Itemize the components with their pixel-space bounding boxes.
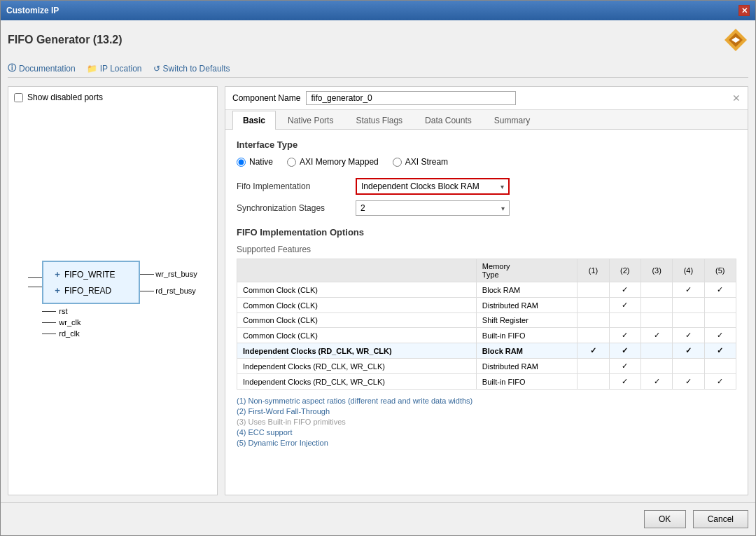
tab-data-counts[interactable]: Data Counts [414,111,482,130]
cell-c5 [704,313,736,328]
cell-clock: Common Clock (CLK) [237,282,477,298]
interface-type-radios: Native AXI Memory Mapped AXI Stream [237,157,736,167]
footnote-4: (4) ECC support [237,428,736,437]
table-row: Common Clock (CLK)Distributed RAM✓ [237,298,736,313]
rst-port: rst [42,307,67,315]
tab-summary[interactable]: Summary [484,111,540,130]
cell-c1 [578,282,609,298]
sync-stages-select[interactable]: 2 ▾ [356,200,510,216]
fifo-read-port [28,287,42,287]
show-disabled-label: Show disabled ports [27,92,103,102]
footnote-1: (1) Non-symmetric aspect ratios (differe… [237,397,736,405]
cell-c5 [704,298,736,313]
ip-location-link[interactable]: 📁 IP Location [87,64,142,74]
sync-stages-row: Synchronization Stages 2 ▾ [237,200,736,216]
cell-c4 [673,359,704,374]
col-2-header: (2) [609,259,640,282]
rd-clk-port: rd_clk [42,329,79,338]
folder-icon: 📁 [87,64,97,74]
radio-axi-stream[interactable]: AXI Stream [393,157,448,167]
tab-basic[interactable]: Basic [232,111,276,130]
cell-c4: ✓ [673,374,704,390]
col-5-header: (5) [704,259,736,282]
tab-content-basic: Interface Type Native AXI Memory Mapped … [225,130,748,495]
fifo-write-port [28,277,42,278]
left-panel: Show disabled ports [8,86,218,495]
rst-label: rst [59,307,67,315]
cell-c4 [673,298,704,313]
main-content: FIFO Generator (13.2) ⓘ Documentation 📁 … [1,20,755,502]
interface-type-title: Interface Type [237,139,736,150]
fifo-implementation-label: Fifo Implementation [237,181,349,191]
documentation-link[interactable]: ⓘ Documentation [8,62,76,74]
cell-c5 [704,359,736,374]
col-clock-header [237,259,477,282]
fifo-implementation-value: Independent Clocks Block RAM [361,181,479,191]
footnote-3: (3) Uses Built-in FIFO primitives [237,418,736,426]
ip-location-label: IP Location [100,64,142,74]
sync-stages-label: Synchronization Stages [237,203,349,213]
cell-c3: ✓ [640,328,672,343]
col-1-header: (1) [578,259,609,282]
cell-c3 [640,282,672,298]
cell-c2: ✓ [609,282,640,298]
cell-c4: ✓ [673,343,704,359]
close-button[interactable]: ✕ [738,5,750,16]
cell-c2 [609,313,640,328]
table-row: Independent Clocks (RD_CLK, WR_CLK)Distr… [237,359,736,374]
tab-status-flags[interactable]: Status Flags [345,111,413,130]
title-bar: Customize IP ✕ [1,1,755,20]
sync-stages-value: 2 [360,203,365,213]
cell-c4: ✓ [673,328,704,343]
fifo-options-section: FIFO Implementation Options Supported Fe… [237,227,736,447]
wr-clk-port: wr_clk [42,318,80,327]
footnote-5: (5) Dynamic Error Injection [237,439,736,447]
col-4-header: (4) [673,259,704,282]
wr-rst-busy-label: wr_rst_busy [155,270,197,278]
toolbar: ⓘ Documentation 📁 IP Location ↺ Switch t… [8,60,748,78]
main-window: Customize IP ✕ FIFO Generator (13.2) ⓘ D… [0,0,756,536]
cell-c2: ✓ [609,298,640,313]
cell-c1 [578,328,609,343]
switch-defaults-link[interactable]: ↺ Switch to Defaults [153,64,230,74]
cell-c3: ✓ [640,374,672,390]
cell-c4: ✓ [673,282,704,298]
supported-features-title: Supported Features [237,245,736,254]
cell-memory: Built-in FIFO [476,374,577,390]
cell-c4 [673,313,704,328]
component-close-icon[interactable]: ✕ [732,92,741,104]
cell-c2: ✓ [609,328,640,343]
cell-c5: ✓ [704,328,736,343]
tab-native-ports[interactable]: Native Ports [277,111,344,130]
schematic: + FIFO_WRITE + FIFO_READ [14,109,211,489]
fifo-implementation-row: Fifo Implementation Independent Clocks B… [237,178,736,195]
footnotes: (1) Non-symmetric aspect ratios (differe… [237,397,736,447]
ok-button[interactable]: OK [644,510,686,528]
radio-axi-memory[interactable]: AXI Memory Mapped [287,157,379,167]
cell-memory: Block RAM [476,282,577,298]
cell-memory: Distributed RAM [476,298,577,313]
fifo-implementation-select[interactable]: Independent Clocks Block RAM ▾ [356,178,510,195]
cell-clock: Common Clock (CLK) [237,328,477,343]
rd-rst-busy-label: rd_rst_busy [155,287,195,295]
cell-c2: ✓ [609,374,640,390]
cancel-button[interactable]: Cancel [693,510,748,528]
table-header-row: MemoryType (1) (2) (3) (4) (5) [237,259,736,282]
col-memory-header: MemoryType [476,259,577,282]
rd-rst-busy-port: rd_rst_busy [140,287,195,295]
refresh-icon: ↺ [153,64,160,74]
cell-memory: Distributed RAM [476,359,577,374]
cell-c3 [640,298,672,313]
cell-c5: ✓ [704,282,736,298]
interface-type-section: Interface Type Native AXI Memory Mapped … [237,139,736,167]
cell-c5: ✓ [704,374,736,390]
select-arrow-sync-icon: ▾ [501,205,505,212]
component-name-row: Component Name ✕ [225,87,748,110]
app-header: FIFO Generator (13.2) [8,27,748,53]
show-disabled-checkbox[interactable] [14,93,23,102]
cell-c1 [578,374,609,390]
component-name-input[interactable] [306,91,516,105]
fifo-write-label: FIFO_WRITE [64,270,115,280]
radio-native[interactable]: Native [237,157,273,167]
wr-rst-busy-port: wr_rst_busy [140,270,197,278]
